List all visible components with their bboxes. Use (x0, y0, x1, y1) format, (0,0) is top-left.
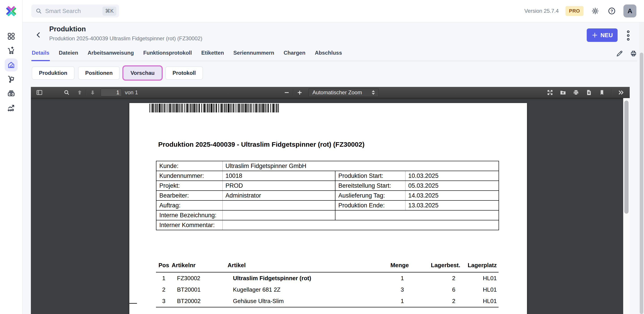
topbar: ⌘K Version 25.7.4 PRO ? A (22, 0, 644, 23)
pdf-print-button[interactable] (571, 88, 581, 97)
pdf-search-icon (63, 89, 70, 96)
user-avatar[interactable]: A (624, 5, 636, 18)
document-title: Produktion 2025-400039 - Ultraslim Fidge… (158, 141, 364, 148)
pdf-viewer: von 1 Automatischer Zoom (31, 87, 630, 314)
table-row: Kundennummer: 10018 Produktion Start: 10… (156, 171, 499, 181)
window-scrollbar[interactable] (639, 23, 644, 314)
production-info-table: Kunde: Ultraslim Fidgetspinner GmbH Kund… (156, 161, 499, 230)
table-row: 2 BT20001 Kugellager 681 2Z 3 6 HL01 (156, 284, 498, 296)
bookmark-icon (598, 89, 605, 96)
table-row: Interne Bezeichnung: (156, 210, 499, 220)
chip-positionen[interactable]: Positionen (78, 66, 120, 80)
pdf-page: Produktion 2025-400039 - Ultraslim Fidge… (129, 103, 527, 314)
fold-mark (129, 303, 137, 304)
pdf-canvas-area: Produktion 2025-400039 - Ultraslim Fidge… (31, 98, 630, 314)
printer-icon (630, 50, 637, 57)
chip-protokoll[interactable]: Protokoll (165, 66, 203, 80)
app-window: ⌘K Version 25.7.4 PRO ? A (0, 0, 644, 314)
settings-button[interactable] (590, 6, 600, 16)
apps-grid-icon (7, 32, 16, 41)
sidebar-item-finance[interactable] (5, 87, 18, 100)
gear-icon (591, 7, 599, 15)
pencil-icon (616, 50, 624, 57)
tab-abschluss[interactable]: Abschluss (314, 48, 342, 61)
presentation-mode-button[interactable] (545, 88, 555, 97)
previous-page-button[interactable] (75, 88, 84, 97)
edit-button[interactable] (616, 50, 624, 58)
tab-arbeitsanweisung[interactable]: Arbeitsanweisung (87, 48, 134, 61)
table-row: Kunde: Ultraslim Fidgetspinner GmbH (156, 161, 499, 171)
plan-badge: PRO (566, 6, 584, 16)
page-down-icon (89, 89, 96, 96)
search-icon (35, 8, 42, 14)
main-sidebar (0, 0, 22, 314)
search-input[interactable] (45, 8, 102, 15)
table-row: Bearbeiter: Administrator Auslieferung T… (156, 191, 499, 200)
open-file-button[interactable] (558, 88, 568, 97)
download-icon (586, 89, 592, 96)
tab-etiketten[interactable]: Etiketten (201, 48, 224, 61)
select-arrows-icon (372, 90, 375, 95)
print-button[interactable] (630, 50, 637, 58)
version-label: Version 25.7.4 (524, 8, 558, 14)
table-header-row: Pos Artikelnr Artikel Menge Lagerbest. L… (156, 261, 498, 272)
tools-button[interactable] (616, 88, 626, 97)
next-page-button[interactable] (88, 88, 98, 97)
cash-register-icon (7, 89, 16, 98)
pdf-scrollbar[interactable] (623, 98, 630, 314)
detail-tabs: Details Dateien Arbeitsanweisung Funktio… (31, 48, 637, 61)
page-header: Produktion Produktion 2025-400039 Ultras… (31, 25, 637, 45)
chip-produktion[interactable]: Produktion (32, 66, 74, 80)
pdf-scrollbar-thumb[interactable] (624, 101, 628, 214)
current-view-button[interactable] (597, 88, 607, 97)
sidebar-item-sales[interactable] (5, 44, 18, 57)
sidebar-item-logistics[interactable] (5, 73, 18, 86)
sidebar-item-dashboard[interactable] (5, 30, 18, 43)
page-subtitle: Produktion 2025-400039 Ultraslim Fidgets… (49, 35, 202, 42)
table-row: Projekt: PROD Bereitstellung Start: 05.0… (156, 181, 499, 191)
trend-chart-icon (7, 104, 16, 112)
page-count-label: von 1 (125, 89, 138, 96)
zoom-out-button[interactable] (282, 88, 292, 97)
new-button[interactable]: NEU (587, 29, 618, 42)
more-actions-button[interactable] (625, 29, 632, 42)
svg-text:?: ? (610, 9, 613, 14)
cart-arrow-up-icon (7, 46, 16, 55)
help-button[interactable]: ? (607, 6, 617, 16)
tab-funktionsprotokoll[interactable]: Funktionsprotokoll (143, 48, 192, 61)
zoom-mode-select[interactable]: Automatischer Zoom (308, 88, 378, 97)
smart-search[interactable]: ⌘K (31, 5, 119, 18)
help-circle-icon: ? (608, 7, 616, 15)
window-scrollbar-thumb[interactable] (640, 53, 643, 314)
tab-dateien[interactable]: Dateien (58, 48, 79, 61)
xentral-logo (5, 5, 18, 18)
double-chevron-right-icon (618, 89, 624, 96)
presentation-mode-icon (547, 89, 553, 96)
hand-truck-icon (7, 75, 16, 83)
tab-details[interactable]: Details (31, 48, 50, 61)
view-switch-chips: Produktion Positionen Vorschau Protokoll (32, 66, 203, 80)
plus-icon (592, 32, 598, 38)
pdf-toolbar: von 1 Automatischer Zoom (31, 87, 630, 98)
zoom-in-button[interactable] (295, 88, 304, 97)
sidebar-item-analytics[interactable] (5, 101, 18, 114)
tab-seriennummern[interactable]: Seriennummern (233, 48, 275, 61)
pdf-search-button[interactable] (62, 88, 72, 97)
production-building-icon (7, 61, 16, 69)
barcode (150, 104, 282, 112)
tab-chargen[interactable]: Chargen (283, 48, 306, 61)
zoom-out-icon (283, 89, 290, 96)
download-button[interactable] (584, 88, 594, 97)
table-row: Auftrag: Produktion Ende: 13.03.2025 (156, 200, 499, 210)
positions-table: Pos Artikelnr Artikel Menge Lagerbest. L… (156, 261, 498, 307)
page-number-input[interactable] (101, 89, 122, 96)
chip-vorschau[interactable]: Vorschau (123, 66, 162, 80)
zoom-in-icon (296, 89, 303, 96)
toggle-sidebar-icon (36, 89, 43, 96)
chevron-left-icon (34, 31, 42, 39)
toggle-sidebar-button[interactable] (34, 88, 44, 97)
open-file-icon (560, 89, 566, 96)
table-row: 1 FZ30002 Ultraslim Fidgetspinner (rot) … (156, 272, 498, 284)
sidebar-item-production[interactable] (5, 59, 18, 72)
back-button[interactable] (34, 31, 42, 39)
